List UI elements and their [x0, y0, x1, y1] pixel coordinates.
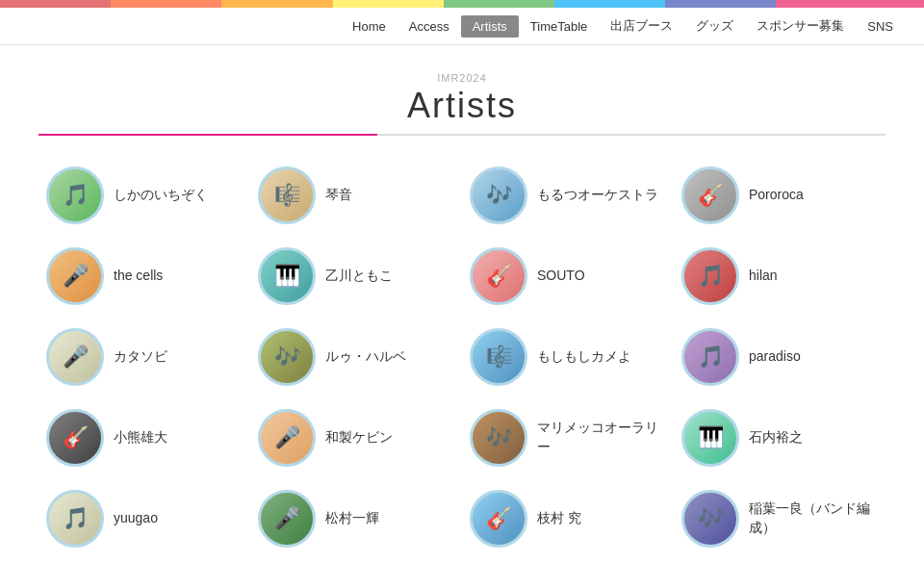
artist-avatar: 🎵 — [681, 328, 739, 386]
page-supertitle: IMR2024 — [0, 72, 924, 84]
artist-item[interactable]: 🎤the cells — [38, 236, 250, 317]
nav-access[interactable]: Access — [398, 15, 461, 38]
artist-item[interactable]: 🎤和製ケビン — [250, 397, 462, 478]
artists-grid: 🎵しかのいちぞく🎼琴音🎶もるつオーケストラ🎸Pororoca🎤the cells… — [0, 145, 924, 562]
artist-item[interactable]: 🎸小熊雄大 — [38, 397, 250, 478]
artist-name: SOUTO — [537, 267, 585, 286]
artist-item[interactable]: 🎶ルゥ・ハルベ — [250, 317, 462, 397]
main-nav: Home Access Artists TimeTable 出店ブース グッズ … — [0, 8, 924, 45]
artist-avatar: 🎤 — [46, 247, 104, 305]
nav-sns[interactable]: SNS — [856, 15, 905, 38]
artist-item[interactable]: 🎹石内裕之 — [674, 397, 886, 478]
artist-item[interactable]: 🎶もるつオーケストラ — [462, 155, 674, 236]
artist-name: 石内裕之 — [749, 428, 803, 447]
artist-name: 和製ケビン — [325, 428, 393, 447]
artist-avatar: 🎤 — [46, 328, 104, 386]
artist-name: もしもしカメよ — [537, 347, 631, 367]
artist-item[interactable]: 🎸Pororoca — [674, 155, 886, 236]
artist-item[interactable]: 🎹乙川ともこ — [250, 236, 462, 317]
artist-item[interactable]: 🎶マリメッコオーラリー — [462, 397, 674, 478]
artist-item[interactable]: 🎼もしもしカメよ — [462, 317, 674, 397]
artist-item[interactable]: 🎵yuugao — [38, 478, 250, 559]
artist-avatar: 🎹 — [681, 409, 739, 467]
artist-name: しかのいちぞく — [114, 186, 208, 205]
artist-item[interactable]: 🎤松村一輝 — [250, 478, 462, 559]
artist-item[interactable]: 🎸枝村 究 — [462, 478, 674, 559]
artist-item[interactable]: 🎵paradiso — [674, 317, 886, 397]
artist-avatar: 🎤 — [258, 490, 316, 548]
artist-name: 琴音 — [325, 186, 352, 205]
nav-timetable[interactable]: TimeTable — [519, 15, 599, 38]
artist-name: 松村一輝 — [325, 509, 379, 528]
page-title: Artists — [0, 86, 924, 126]
artist-name: 枝村 究 — [537, 509, 581, 528]
artist-avatar: 🎵 — [681, 247, 739, 305]
artist-avatar: 🎶 — [470, 166, 527, 224]
artist-name: 稲葉一良（バンド編成） — [749, 499, 878, 537]
artist-avatar: 🎼 — [258, 166, 316, 224]
artist-avatar: 🎵 — [46, 490, 104, 548]
artist-avatar: 🎵 — [46, 166, 104, 224]
nav-artists[interactable]: Artists — [461, 15, 519, 38]
artist-name: 乙川ともこ — [325, 267, 393, 286]
artist-item[interactable]: 🎼琴音 — [250, 155, 462, 236]
artist-avatar: 🎹 — [258, 247, 316, 305]
artist-name: もるつオーケストラ — [537, 186, 658, 205]
nav-home[interactable]: Home — [341, 15, 398, 38]
page-title-section: IMR2024 Artists — [0, 45, 924, 134]
artist-name: Pororoca — [749, 186, 804, 205]
artist-name: 小熊雄大 — [114, 428, 167, 447]
nav-goods[interactable]: グッズ — [684, 13, 745, 38]
artist-avatar: 🎸 — [470, 247, 527, 305]
artist-item[interactable]: 🎤カタソビ — [38, 317, 250, 397]
artist-name: paradiso — [749, 347, 801, 367]
artist-name: カタソビ — [114, 347, 167, 367]
artist-avatar: 🎸 — [681, 166, 739, 224]
artist-avatar: 🎸 — [46, 409, 104, 467]
artist-name: マリメッコオーラリー — [537, 419, 666, 456]
artist-item[interactable]: 🎵しかのいちぞく — [38, 155, 250, 236]
artist-name: ルゥ・ハルベ — [325, 347, 406, 367]
artist-item[interactable]: 🎶稲葉一良（バンド編成） — [674, 478, 886, 559]
nav-sponsor[interactable]: スポンサー募集 — [745, 13, 856, 38]
nav-booths[interactable]: 出店ブース — [599, 13, 684, 38]
decorative-top-bar — [0, 0, 924, 8]
artist-name: hilan — [749, 267, 778, 286]
artist-avatar: 🎶 — [470, 409, 527, 467]
artist-item[interactable]: 🎸SOUTO — [462, 236, 674, 317]
artist-name: the cells — [114, 267, 163, 286]
artist-avatar: 🎼 — [470, 328, 527, 386]
artist-avatar: 🎸 — [470, 490, 527, 548]
artist-item[interactable]: 🎵hilan — [674, 236, 886, 317]
artist-avatar: 🎤 — [258, 409, 316, 467]
artist-name: yuugao — [114, 509, 158, 528]
artist-avatar: 🎶 — [258, 328, 316, 386]
section-divider — [38, 134, 886, 136]
artist-avatar: 🎶 — [681, 490, 739, 548]
